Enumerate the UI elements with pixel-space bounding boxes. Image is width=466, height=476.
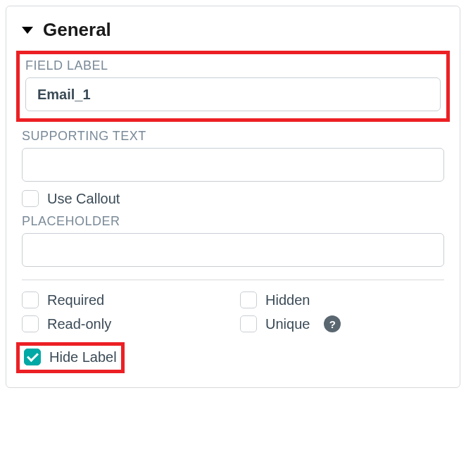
- hide-label-option: Hide Label: [24, 349, 117, 365]
- unique-checkbox[interactable]: [240, 315, 257, 332]
- supporting-text-group: SUPPORTING TEXT: [22, 129, 444, 182]
- use-callout-label: Use Callout: [47, 191, 120, 207]
- hidden-option: Hidden: [240, 292, 444, 308]
- use-callout-checkbox[interactable]: [22, 190, 39, 207]
- readonly-option: Read-only: [22, 315, 226, 332]
- unique-label: Unique: [265, 316, 310, 332]
- hide-label-wrapper: Hide Label: [22, 339, 444, 373]
- placeholder-group: PLACEHOLDER: [22, 214, 444, 267]
- field-label-caption: FIELD LABEL: [25, 58, 441, 73]
- section-title: General: [43, 19, 111, 41]
- field-label-highlight: FIELD LABEL: [16, 51, 450, 122]
- divider: [22, 280, 444, 280]
- readonly-label: Read-only: [47, 316, 111, 332]
- field-label-group: FIELD LABEL: [25, 58, 441, 111]
- hide-label-checkbox[interactable]: [24, 349, 41, 365]
- hidden-checkbox[interactable]: [240, 292, 257, 308]
- general-settings-panel: General FIELD LABEL SUPPORTING TEXT Use …: [6, 6, 460, 388]
- use-callout-row: Use Callout: [22, 190, 444, 207]
- placeholder-caption: PLACEHOLDER: [22, 214, 444, 229]
- section-header[interactable]: General: [22, 19, 444, 41]
- unique-option: Unique ?: [240, 315, 444, 332]
- required-checkbox[interactable]: [22, 292, 39, 308]
- placeholder-input[interactable]: [22, 233, 444, 267]
- collapse-arrow-icon: [22, 27, 33, 34]
- hide-label-label: Hide Label: [49, 349, 117, 365]
- supporting-text-caption: SUPPORTING TEXT: [22, 129, 444, 144]
- required-label: Required: [47, 292, 104, 308]
- field-label-input[interactable]: [25, 77, 441, 111]
- hide-label-highlight: Hide Label: [16, 342, 125, 373]
- readonly-checkbox[interactable]: [22, 315, 39, 332]
- hidden-label: Hidden: [265, 292, 310, 308]
- required-option: Required: [22, 292, 226, 308]
- help-icon[interactable]: ?: [324, 315, 341, 332]
- supporting-text-input[interactable]: [22, 148, 444, 182]
- options-grid: Required Hidden Read-only Unique ? Hide …: [22, 292, 444, 373]
